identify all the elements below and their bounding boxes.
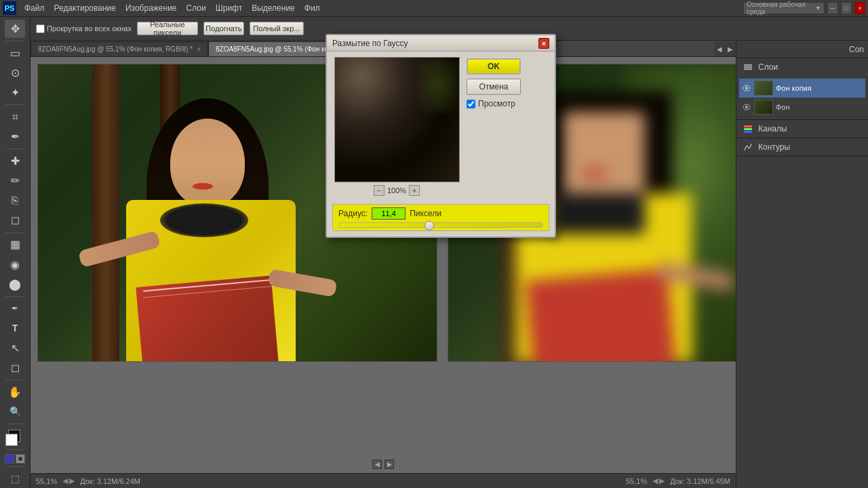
doc-tab-0[interactable]: 8ZOA8FN5Aug.jpg @ 55,1% (Фон копия, RGB/…: [31, 41, 208, 56]
full-screen-btn[interactable]: Полный экр...: [250, 22, 304, 35]
svg-rect-9: [744, 131, 752, 133]
status-left: 55,1% ◀ ▶ Док: 3.12M/6.24M: [36, 476, 140, 485]
toolbar-divider-5: [5, 296, 24, 297]
layer-0-eye[interactable]: [742, 83, 751, 93]
channels-panel-header[interactable]: Каналы: [736, 120, 868, 138]
blur-preview-label: Просмотр: [478, 99, 515, 108]
menu-file[interactable]: Файл: [20, 2, 49, 14]
tool-select-rect[interactable]: ▭: [5, 44, 25, 62]
tool-blur[interactable]: ◉: [5, 255, 25, 273]
tool-path-select[interactable]: ↖: [5, 339, 25, 357]
nav-right-left-btn[interactable]: ◀: [652, 476, 658, 485]
workspace-selector[interactable]: Основная рабочая среда ▼: [743, 2, 825, 14]
blur-dialog-close[interactable]: ×: [538, 38, 549, 49]
menu-select[interactable]: Выделение: [248, 2, 299, 14]
svg-rect-0: [744, 68, 752, 70]
radius-slider-thumb[interactable]: [425, 221, 434, 230]
radius-input[interactable]: [372, 207, 406, 220]
layer-row-1[interactable]: Фон: [739, 98, 865, 117]
nav-left-btn[interactable]: ◀: [62, 476, 68, 485]
blur-ok-btn[interactable]: OK: [467, 58, 521, 75]
tool-dodge[interactable]: ⬤: [5, 275, 25, 293]
tool-lasso[interactable]: ⊙: [5, 64, 25, 82]
quick-mask-on[interactable]: [16, 454, 25, 464]
tool-gradient[interactable]: ▦: [5, 235, 25, 253]
radius-unit: Пиксели: [410, 209, 441, 218]
tool-shape[interactable]: ◻: [5, 359, 25, 377]
tool-magic-wand[interactable]: ✦: [5, 83, 25, 102]
paths-panel-section: Контуры: [736, 138, 868, 157]
layer-row-0[interactable]: Фон копия: [739, 79, 865, 98]
status-right: 55,1% ◀ ▶ Док: 3.12M/6.45M: [626, 476, 730, 485]
nav-right-right-btn[interactable]: ▶: [659, 476, 665, 485]
actual-pixels-btn[interactable]: Реальные пиксели: [137, 22, 198, 35]
menubar: PS Файл Редактирование Изображение Слои …: [0, 0, 868, 17]
tool-eyedropper[interactable]: ✒: [5, 127, 25, 146]
tool-hand[interactable]: ✋: [5, 383, 25, 401]
menu-layers[interactable]: Слои: [182, 2, 210, 14]
blur-cancel-btn[interactable]: Отмена: [467, 79, 521, 95]
tool-brush[interactable]: ✏: [5, 171, 25, 190]
canvas-nav-right[interactable]: ▶: [384, 460, 394, 469]
tool-crop[interactable]: ⌗: [5, 108, 25, 126]
radius-row: Радиус: Пиксели: [338, 207, 543, 220]
minimize-btn[interactable]: ─: [827, 2, 838, 14]
blur-dialog-title: Размытие по Гауссу: [332, 39, 408, 48]
doc-size-right: Док: 3.12M/6.45M: [670, 477, 730, 485]
tool-type[interactable]: T: [5, 319, 25, 338]
preview-zoom-out[interactable]: −: [374, 185, 384, 196]
doc-tab-0-close[interactable]: ×: [197, 45, 201, 53]
layers-panel-header[interactable]: Слои: [736, 58, 868, 76]
channels-panel-section: Каналы: [736, 120, 868, 138]
paths-panel-header[interactable]: Контуры: [736, 138, 868, 156]
tab-scroll-right[interactable]: ▶: [725, 41, 736, 56]
blur-dialog-controls: OK Отмена Просмотр: [467, 57, 549, 196]
wrap-checkbox[interactable]: [36, 24, 45, 33]
preview-zoom-in[interactable]: +: [409, 185, 420, 196]
close-btn[interactable]: ×: [854, 2, 865, 14]
ps-logo-text: PS: [5, 4, 15, 12]
channels-panel-label: Каналы: [758, 124, 787, 134]
menu-edit[interactable]: Редактирование: [50, 2, 120, 14]
blur-preview-checkbox[interactable]: [467, 100, 475, 108]
layer-1-eye[interactable]: [742, 102, 751, 112]
blur-dialog-titlebar: Размытие по Гауссу ×: [327, 35, 555, 52]
tool-heal[interactable]: ✚: [5, 152, 25, 170]
color-picker[interactable]: [5, 430, 24, 447]
blur-preview-area: − 100% +: [332, 57, 461, 196]
toolbar-divider-2: [5, 104, 24, 105]
workspace-selector-label: Основная рабочая среда: [747, 1, 815, 16]
statusbar: 55,1% ◀ ▶ Док: 3.12M/6.24M 55,1% ◀ ▶ Док…: [31, 473, 736, 488]
paths-icon: [742, 141, 754, 153]
toolbar-divider-7: [5, 424, 24, 424]
toolbar-divider-1: [5, 41, 24, 41]
tool-move[interactable]: ✥: [5, 20, 25, 38]
blur-dialog: Размытие по Гауссу × − 100% + OK Отмена: [326, 34, 556, 238]
svg-rect-2: [744, 64, 752, 66]
radius-section: Радиус: Пиксели: [332, 204, 549, 231]
tool-zoom[interactable]: 🔍: [5, 403, 25, 421]
quick-mask-off[interactable]: [5, 454, 14, 464]
menu-font[interactable]: Шрифт: [212, 2, 246, 14]
menu-filter[interactable]: Фил: [300, 2, 324, 14]
blur-dialog-body: − 100% + OK Отмена Просмотр: [327, 52, 555, 201]
tool-clone[interactable]: ⎘: [5, 191, 25, 209]
doc-tab-0-label: 8ZOA8FN5Aug.jpg @ 55,1% (Фон копия, RGB/…: [38, 45, 193, 53]
fit-screen-btn[interactable]: Подогнать: [203, 22, 244, 35]
layers-panel-section: Слои Фон копия Фон: [736, 58, 868, 120]
paths-panel-label: Контуры: [758, 142, 790, 152]
tab-scroll-left[interactable]: ◀: [714, 41, 725, 56]
toolbar-divider-4: [5, 232, 24, 233]
screen-mode-btn[interactable]: ⬚: [5, 470, 25, 488]
tool-pen[interactable]: ✒: [5, 300, 25, 318]
toolbar: ✥ ▭ ⊙ ✦ ⌗ ✒ ✚ ✏ ⎘ ◻ ▦ ◉ ⬤ ✒ T ↖ ◻ ✋ 🔍 ⬚: [0, 17, 31, 488]
radius-slider[interactable]: [338, 222, 543, 228]
canvas-nav-left[interactable]: ◀: [372, 460, 382, 469]
panels: Con Слои Фон копия: [736, 41, 868, 488]
nav-right-btn[interactable]: ▶: [69, 476, 75, 485]
tool-eraser[interactable]: ◻: [5, 211, 25, 229]
svg-rect-1: [744, 66, 752, 68]
menu-image[interactable]: Изображение: [121, 2, 181, 14]
svg-point-4: [745, 87, 748, 89]
maximize-btn[interactable]: □: [841, 2, 852, 14]
